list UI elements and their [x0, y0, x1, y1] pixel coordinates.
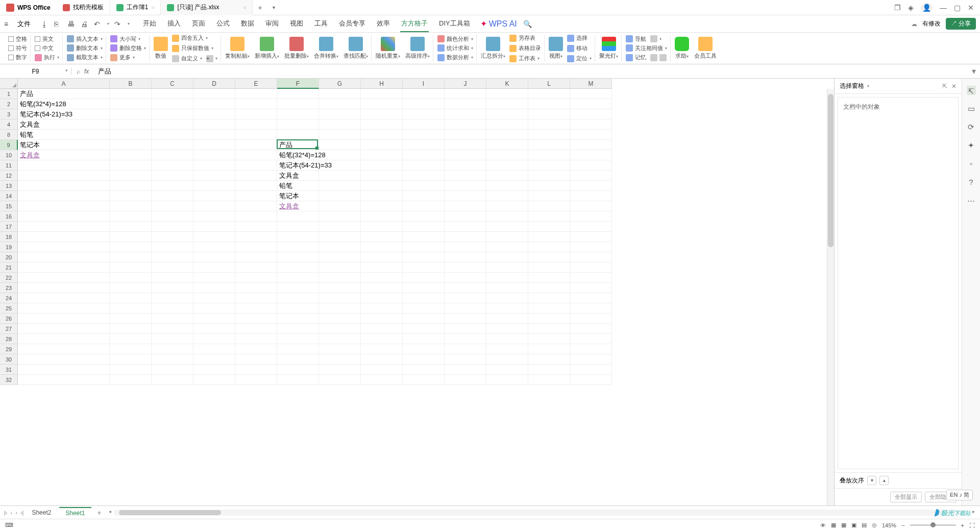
cell[interactable] [277, 283, 319, 293]
cell[interactable] [235, 262, 277, 273]
cell[interactable] [319, 242, 361, 252]
cell[interactable] [361, 211, 403, 222]
cell[interactable] [570, 293, 612, 303]
cell[interactable] [235, 140, 277, 150]
cell[interactable] [18, 334, 110, 344]
cell[interactable] [403, 324, 445, 334]
cell[interactable]: 文具盒 [277, 201, 319, 211]
cell[interactable] [319, 334, 361, 344]
cell[interactable] [361, 375, 403, 385]
btn-round[interactable]: 四舍五入▾ [172, 34, 217, 43]
cell[interactable] [110, 211, 152, 222]
sheet-add-button[interactable]: + [93, 509, 106, 517]
column-header[interactable]: K [486, 79, 528, 89]
cell[interactable] [570, 334, 612, 344]
cell[interactable] [152, 252, 193, 262]
cell[interactable] [193, 293, 235, 303]
cell[interactable] [319, 365, 361, 375]
cell[interactable]: 文具盒 [277, 171, 319, 181]
row-header[interactable]: 8 [0, 130, 18, 140]
cell[interactable] [152, 283, 193, 293]
btn-summary-split[interactable]: 汇总拆分▾ [481, 37, 505, 60]
select-tool-icon[interactable]: ↸ [967, 86, 976, 95]
zoom-slider[interactable] [910, 524, 956, 526]
cell[interactable] [570, 252, 612, 262]
cell[interactable] [403, 201, 445, 211]
cell[interactable] [277, 89, 319, 99]
column-header[interactable]: I [403, 79, 445, 89]
row-header[interactable]: 25 [0, 303, 18, 313]
cell[interactable] [319, 283, 361, 293]
cell[interactable] [110, 262, 152, 273]
cell[interactable] [528, 313, 570, 324]
cell[interactable] [193, 160, 235, 171]
cell[interactable] [570, 262, 612, 273]
cell[interactable] [235, 242, 277, 252]
cell[interactable] [193, 181, 235, 191]
cell[interactable] [486, 201, 528, 211]
cell[interactable] [18, 273, 110, 283]
cell[interactable] [277, 303, 319, 313]
cell[interactable] [18, 303, 110, 313]
cell[interactable] [403, 262, 445, 273]
cell[interactable] [319, 222, 361, 232]
formula-input[interactable]: 产品 [94, 67, 968, 76]
cell[interactable] [528, 324, 570, 334]
cell[interactable] [277, 252, 319, 262]
scrollbar-thumb[interactable] [828, 94, 834, 247]
cell[interactable] [152, 303, 193, 313]
btn-trim[interactable]: 删除空格▾ [110, 44, 146, 52]
cell[interactable]: 铅笔 [18, 130, 110, 140]
cell[interactable] [152, 365, 193, 375]
cell[interactable] [570, 354, 612, 365]
cell[interactable] [235, 375, 277, 385]
menu-insert[interactable]: 插入 [166, 16, 182, 32]
cell[interactable] [235, 365, 277, 375]
row-header[interactable]: 18 [0, 232, 18, 242]
cell[interactable] [361, 109, 403, 119]
menu-data[interactable]: 数据 [240, 16, 255, 32]
cell[interactable] [110, 130, 152, 140]
cell[interactable] [110, 313, 152, 324]
cell[interactable] [110, 201, 152, 211]
tab-menu-button[interactable]: ▾ [267, 5, 280, 10]
cell[interactable] [486, 365, 528, 375]
cell[interactable] [486, 222, 528, 232]
cell[interactable] [235, 171, 277, 181]
row-header[interactable]: 32 [0, 375, 18, 385]
fullscreen-icon[interactable]: ⛶ [969, 522, 975, 528]
cell[interactable] [445, 365, 486, 375]
cell[interactable] [361, 130, 403, 140]
cell[interactable] [319, 150, 361, 160]
cell[interactable] [570, 232, 612, 242]
menu-page[interactable]: 页面 [191, 16, 206, 32]
btn-nav[interactable]: 导航 ▾ [626, 35, 667, 43]
tool-icon[interactable]: ▫ [967, 159, 976, 168]
cell[interactable] [319, 89, 361, 99]
cell[interactable] [152, 171, 193, 181]
fx-icon[interactable]: fx [84, 68, 89, 75]
cell[interactable] [152, 293, 193, 303]
cell[interactable] [445, 334, 486, 344]
cell[interactable] [486, 324, 528, 334]
cell[interactable] [319, 109, 361, 119]
order-down-icon[interactable]: ▾ [867, 476, 876, 485]
cell[interactable] [152, 313, 193, 324]
btn-sort[interactable]: 高级排序▾ [405, 37, 430, 60]
cell[interactable] [110, 140, 152, 150]
cell[interactable] [277, 130, 319, 140]
btn-locate[interactable]: 定位▾ [567, 54, 592, 63]
cell[interactable] [528, 109, 570, 119]
cell[interactable] [445, 89, 486, 99]
cell[interactable] [152, 109, 193, 119]
sheet-last-icon[interactable]: ›| [20, 510, 24, 516]
cell[interactable] [235, 354, 277, 365]
btn-worksheet[interactable]: 工作表▾ [509, 54, 541, 63]
cell[interactable] [445, 313, 486, 324]
cell[interactable] [277, 211, 319, 222]
cell[interactable] [403, 273, 445, 283]
cell[interactable] [152, 130, 193, 140]
cell[interactable] [528, 130, 570, 140]
sheet-first-icon[interactable]: |‹ [4, 510, 8, 516]
cell[interactable] [403, 344, 445, 354]
